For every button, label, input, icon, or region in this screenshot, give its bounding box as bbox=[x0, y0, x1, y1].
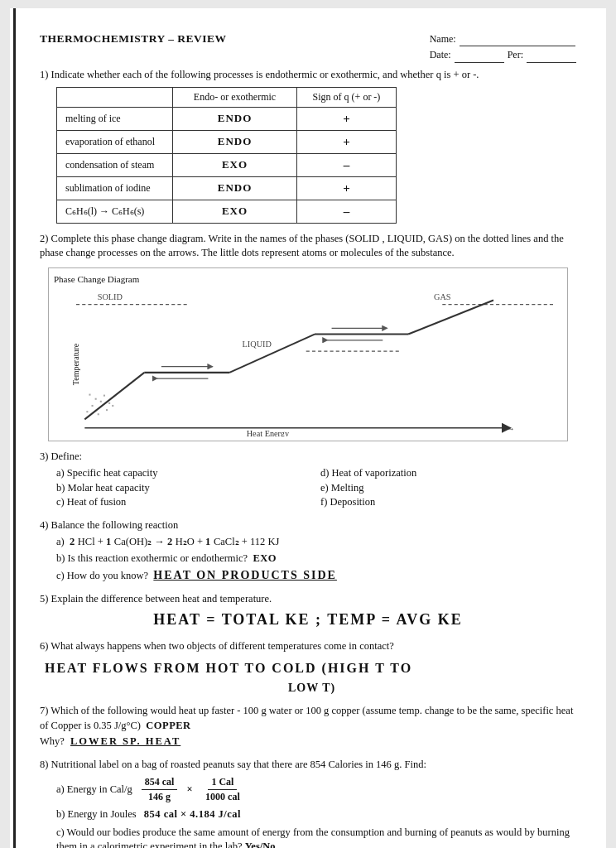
q3-f: f) Deposition bbox=[320, 495, 576, 510]
diagram-inner: Temperature bbox=[54, 287, 562, 441]
table-row: evaporation of ethanolENDO+ bbox=[57, 130, 397, 153]
svg-rect-17 bbox=[92, 405, 94, 407]
svg-line-7 bbox=[408, 301, 493, 335]
q4-b-answer: EXO bbox=[253, 552, 277, 564]
svg-rect-16 bbox=[95, 398, 97, 400]
sign-cell: + bbox=[297, 176, 397, 200]
q1-table: Endo- or exothermic Sign of q (+ or -) m… bbox=[56, 87, 397, 224]
diagram-title: Phase Change Diagram bbox=[54, 273, 562, 286]
question-3: 3) Define: a) Specific heat capacity b) … bbox=[40, 450, 576, 510]
endo-exo-cell: EXO bbox=[173, 200, 297, 223]
process-cell: condensation of steam bbox=[57, 153, 173, 176]
q3-d: d) Heat of vaporization bbox=[320, 466, 576, 481]
q4-coeff-caoh: 1 bbox=[106, 536, 112, 547]
q7-why-label: Why? bbox=[40, 735, 65, 747]
svg-text:LIQUID: LIQUID bbox=[243, 340, 272, 349]
process-cell: melting of ice bbox=[57, 107, 173, 130]
svg-rect-21 bbox=[86, 411, 88, 412]
q6-text: 6) What always happens when two objects … bbox=[40, 639, 576, 654]
q8-b-expr: 854 cal × 4.184 J/cal bbox=[144, 808, 241, 820]
q4-coeff-hcl: 2 bbox=[70, 536, 75, 547]
phase-diagram: Phase Change Diagram Temperature bbox=[48, 267, 568, 441]
q4-reaction-end: CaCl₂ + 112 KJ bbox=[214, 536, 279, 547]
col2-header: Sign of q (+ or -) bbox=[297, 88, 397, 108]
q3-b: b) Molar heat capacity bbox=[56, 481, 312, 496]
q7-answer-who: COPPER bbox=[146, 720, 190, 731]
q4-b-text: b) Is this reaction exothermic or endoth… bbox=[56, 552, 248, 564]
q4-reaction-suffix: H₂O + bbox=[176, 536, 203, 547]
table-row: melting of iceENDO+ bbox=[57, 107, 397, 130]
table-row: condensation of steamEXO– bbox=[57, 153, 397, 176]
svg-rect-20 bbox=[108, 402, 110, 404]
header: THERMOCHEMISTRY – REVIEW Name: Date: Per… bbox=[40, 31, 576, 65]
table-row: sublimation of iodineENDO+ bbox=[57, 176, 397, 200]
q5-answer: HEAT = TOTAL KE ; TEMP = AVG KE bbox=[40, 610, 576, 630]
svg-text:Heat Energy: Heat Energy bbox=[247, 429, 290, 436]
process-cell: sublimation of iodine bbox=[57, 176, 173, 200]
q8-b-row: b) Energy in Joules 854 cal × 4.184 J/ca… bbox=[40, 807, 576, 822]
q3-a: a) Specific heat capacity bbox=[56, 466, 312, 481]
date-field bbox=[455, 48, 504, 63]
name-label: Name: bbox=[430, 32, 456, 46]
q3-text: 3) Define: bbox=[40, 450, 576, 465]
question-6: 6) What always happens when two objects … bbox=[40, 639, 576, 696]
process-cell: C₆H₆(l) → C₆H₆(s) bbox=[57, 200, 173, 223]
q4-reaction-mid: Ca(OH)₂ → bbox=[114, 536, 165, 547]
process-cell: evaporation of ethanol bbox=[57, 130, 173, 153]
name-date-block: Name: Date: Per: bbox=[430, 31, 576, 65]
q4-c-answer: HEAT ON PRODUCTS SIDE bbox=[153, 569, 337, 581]
svg-rect-18 bbox=[100, 401, 102, 402]
sign-cell: – bbox=[297, 200, 397, 223]
endo-exo-cell: ENDO bbox=[173, 130, 297, 153]
svg-rect-23 bbox=[106, 409, 108, 411]
q8-c-bold: Yes/No bbox=[245, 841, 276, 848]
q3-left: a) Specific heat capacity b) Molar heat … bbox=[56, 466, 312, 510]
q4-c-text: c) How do you know? bbox=[56, 570, 148, 581]
col1-header: Endo- or exothermic bbox=[173, 88, 297, 108]
q4-c-row: c) How do you know? HEAT ON PRODUCTS SID… bbox=[40, 567, 576, 584]
svg-rect-15 bbox=[89, 394, 90, 396]
q4-text: 4) Balance the following reaction bbox=[40, 518, 576, 533]
question-1: 1) Indicate whether each of the followin… bbox=[40, 68, 576, 224]
q8-text: 8) Nutritional label on a bag of roasted… bbox=[40, 758, 576, 773]
q3-right: d) Heat of vaporization e) Melting f) De… bbox=[320, 466, 576, 510]
sign-cell: + bbox=[297, 107, 397, 130]
q8-b-label: b) Energy in Joules bbox=[56, 808, 137, 820]
q8-a-times: × bbox=[186, 783, 193, 797]
svg-line-3 bbox=[84, 373, 144, 420]
question-5: 5) Explain the difference between heat a… bbox=[40, 592, 576, 631]
left-bar bbox=[13, 8, 16, 848]
name-field bbox=[460, 31, 575, 46]
question-4: 4) Balance the following reaction a) 2 H… bbox=[40, 518, 576, 584]
q8-a-row: a) Energy in Cal/g 854 cal 146 g × 1 Cal… bbox=[40, 775, 576, 804]
endo-exo-cell: EXO bbox=[173, 153, 297, 176]
q8-c-label: c) Would our bodies produce the same amo… bbox=[56, 826, 570, 848]
per-field bbox=[527, 48, 576, 63]
endo-exo-cell: ENDO bbox=[173, 176, 297, 200]
q4-coeff-h2o: 2 bbox=[167, 536, 173, 547]
svg-text:SOLID: SOLID bbox=[98, 293, 123, 302]
q4-coeff-cacl: 1 bbox=[205, 536, 211, 547]
q7-text: 7) Which of the following would heat up … bbox=[40, 704, 576, 733]
table-row: C₆H₆(l) → C₆H₆(s)EXO– bbox=[57, 200, 397, 223]
q7-why-row: Why? LOWER SP. HEAT bbox=[40, 735, 576, 749]
q7-why-answer: LOWER SP. HEAT bbox=[70, 735, 180, 747]
q1-text: 1) Indicate whether each of the followin… bbox=[40, 68, 576, 83]
svg-rect-22 bbox=[98, 414, 99, 416]
svg-text:→: → bbox=[506, 424, 514, 433]
svg-rect-24 bbox=[112, 405, 113, 407]
q4-reaction-prefix: HCl + bbox=[78, 536, 103, 547]
q4-a-row: a) 2 HCl + 1 Ca(OH)₂ → 2 H₂O + 1 CaCl₂ +… bbox=[40, 535, 576, 550]
svg-rect-19 bbox=[103, 395, 105, 397]
date-label: Date: bbox=[430, 48, 451, 62]
col0-header bbox=[57, 88, 173, 108]
per-label: Per: bbox=[508, 48, 523, 62]
svg-text:GAS: GAS bbox=[434, 293, 451, 302]
sign-cell: + bbox=[297, 130, 397, 153]
page: THERMOCHEMISTRY – REVIEW Name: Date: Per… bbox=[10, 8, 606, 848]
q8-a-frac1: 854 cal 146 g bbox=[142, 775, 178, 804]
q6-answer: HEAT FLOWS FROM HOT TO COLD (HIGH T TO bbox=[45, 657, 571, 678]
q3-e: e) Melting bbox=[320, 481, 576, 496]
sign-cell: – bbox=[297, 153, 397, 176]
phase-chart-svg: SOLID LIQUID GAS bbox=[70, 287, 559, 436]
